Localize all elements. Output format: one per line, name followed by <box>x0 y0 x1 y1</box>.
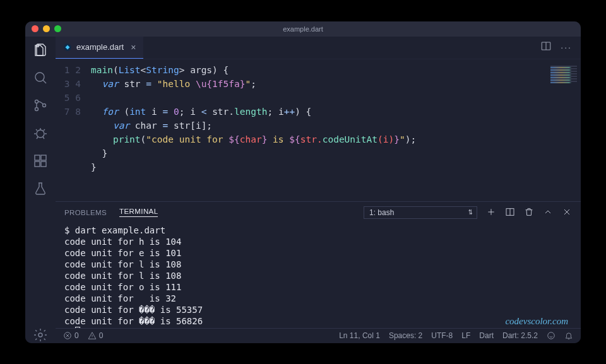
status-dart-sdk[interactable]: Dart: 2.5.2 <box>502 331 538 340</box>
editor-tabs: example.dart × ··· <box>56 37 581 59</box>
svg-rect-6 <box>41 155 46 160</box>
terminal-line: code unit for l is 108 <box>64 259 181 269</box>
maximize-panel-icon[interactable] <box>543 207 553 218</box>
code-editor[interactable]: 1 2 3 4 5 6 7 8 main(List<String> args) … <box>56 59 581 201</box>
svg-rect-5 <box>35 155 40 160</box>
split-terminal-icon[interactable] <box>505 207 515 218</box>
terminal-line: code unit for o is 111 <box>64 282 181 292</box>
more-actions-icon[interactable]: ··· <box>561 42 572 52</box>
svg-point-9 <box>39 333 42 337</box>
bottom-panel: PROBLEMS TERMINAL 1: bash <box>56 201 581 328</box>
terminal-tab[interactable]: TERMINAL <box>119 208 158 217</box>
status-eol[interactable]: LF <box>461 331 470 340</box>
explorer-icon[interactable] <box>32 42 49 58</box>
tab-example-dart[interactable]: example.dart × <box>56 37 143 59</box>
status-warnings[interactable]: 0 <box>88 331 104 340</box>
status-bar: 0 0 Ln 11, Col 1 Spaces: 2 UTF-8 LF Dart… <box>56 328 581 343</box>
extensions-icon[interactable] <box>32 153 49 169</box>
svg-point-2 <box>35 107 39 110</box>
status-indent[interactable]: Spaces: 2 <box>389 331 422 340</box>
debug-icon[interactable] <box>32 125 49 141</box>
svg-rect-8 <box>41 161 46 167</box>
main-area: example.dart × ··· 1 2 3 4 5 6 7 8 main(… <box>56 37 581 343</box>
window-body: example.dart × ··· 1 2 3 4 5 6 7 8 main(… <box>25 37 581 343</box>
terminal-line: code unit for is 32 <box>64 293 176 303</box>
maximize-dot-icon[interactable] <box>54 25 61 32</box>
kill-terminal-icon[interactable] <box>524 207 534 218</box>
terminal-output[interactable]: $ dart example.dart code unit for h is 1… <box>56 223 581 328</box>
terminal-line: code unit for ��� is 55357 <box>64 305 203 315</box>
tab-close-icon[interactable]: × <box>131 42 136 52</box>
titlebar: example.dart <box>25 21 581 37</box>
line-gutter: 1 2 3 4 5 6 7 8 <box>56 63 91 201</box>
svg-point-14 <box>548 332 555 339</box>
terminal-cmd: $ dart example.dart <box>64 225 165 235</box>
watermark-text: codevscolor.com <box>505 315 568 327</box>
svg-rect-7 <box>35 161 40 167</box>
problems-tab[interactable]: PROBLEMS <box>64 209 107 216</box>
terminal-line: code unit for l is 108 <box>64 271 181 281</box>
terminal-select[interactable]: 1: bash <box>364 206 477 219</box>
minimap[interactable] <box>543 63 581 201</box>
tab-filename: example.dart <box>76 42 124 52</box>
panel-tabs: PROBLEMS TERMINAL 1: bash <box>56 202 581 223</box>
code-content: main(List<String> args) { var str = "hel… <box>91 63 543 201</box>
activity-bar <box>25 37 56 343</box>
close-panel-icon[interactable] <box>562 207 572 218</box>
terminal-cursor-icon <box>75 327 80 328</box>
panel-actions: 1: bash <box>364 206 572 219</box>
editor-actions: ··· <box>540 37 581 59</box>
svg-point-3 <box>43 103 46 107</box>
terminal-line: code unit for h is 104 <box>64 237 181 247</box>
terminal-line: code unit for ��� is 56826 <box>64 316 203 326</box>
close-dot-icon[interactable] <box>32 25 39 32</box>
search-icon[interactable] <box>32 69 49 86</box>
settings-gear-icon[interactable] <box>32 327 49 343</box>
source-control-icon[interactable] <box>32 97 49 114</box>
split-editor-icon[interactable] <box>540 40 552 54</box>
notifications-bell-icon[interactable] <box>564 331 573 340</box>
svg-point-0 <box>35 73 44 81</box>
status-encoding[interactable]: UTF-8 <box>431 331 453 340</box>
status-errors[interactable]: 0 <box>63 331 79 340</box>
vscode-window: example.dart <box>25 21 581 343</box>
status-language[interactable]: Dart <box>479 331 494 340</box>
terminal-prompt: $ <box>64 327 75 328</box>
minimize-dot-icon[interactable] <box>43 25 50 32</box>
traffic-lights <box>32 25 61 32</box>
window-title: example.dart <box>283 25 323 33</box>
status-cursor-pos[interactable]: Ln 11, Col 1 <box>339 331 380 340</box>
new-terminal-icon[interactable] <box>486 207 496 218</box>
svg-point-4 <box>37 130 44 138</box>
terminal-selector[interactable]: 1: bash <box>364 206 477 219</box>
beaker-icon[interactable] <box>32 180 49 197</box>
dart-file-icon <box>63 43 72 52</box>
terminal-line: code unit for e is 101 <box>64 248 181 258</box>
svg-point-1 <box>35 100 39 103</box>
feedback-smiley-icon[interactable] <box>547 331 556 340</box>
